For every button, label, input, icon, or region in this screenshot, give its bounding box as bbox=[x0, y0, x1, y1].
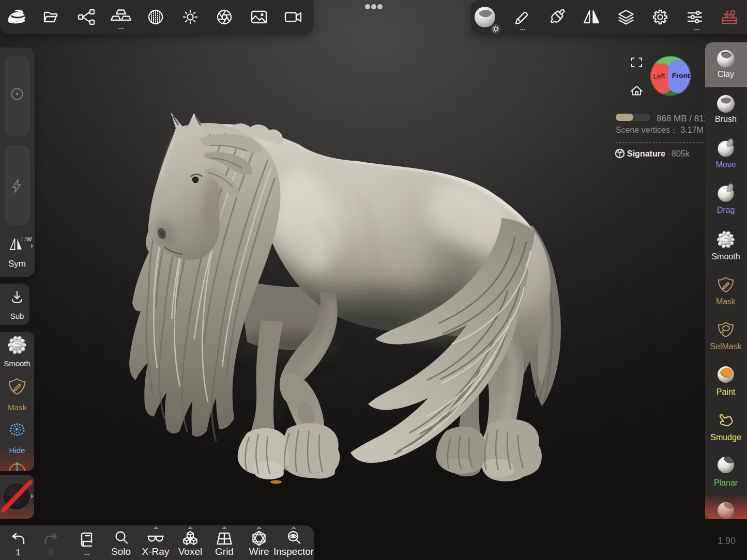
svg-text:SelMask: SelMask bbox=[710, 342, 742, 351]
svg-text:Signature: Signature bbox=[627, 149, 665, 158]
svg-text:Mask: Mask bbox=[716, 297, 736, 306]
svg-text:Voxel: Voxel bbox=[178, 546, 202, 557]
svg-text:Sym: Sym bbox=[8, 259, 26, 269]
svg-text:...: ... bbox=[694, 24, 700, 32]
svg-text:Planar: Planar bbox=[714, 478, 738, 487]
svg-text:...: ... bbox=[520, 24, 526, 32]
svg-text:Mask: Mask bbox=[8, 403, 26, 412]
svg-text:Smooth: Smooth bbox=[711, 252, 740, 261]
svg-text:Paint: Paint bbox=[716, 387, 736, 396]
svg-text:Clay: Clay bbox=[718, 70, 734, 79]
svg-text:868 MB / 812 MB: 868 MB / 812 MB bbox=[657, 114, 724, 123]
svg-text:Hide: Hide bbox=[9, 446, 25, 455]
svg-text:Front: Front bbox=[672, 72, 690, 80]
svg-text:Move: Move bbox=[715, 160, 736, 169]
svg-text:Scene vertices： 3.17M: Scene vertices： 3.17M bbox=[616, 126, 704, 134]
svg-text:Left: Left bbox=[653, 72, 665, 81]
svg-text:1: 1 bbox=[16, 548, 21, 557]
svg-text:Sub: Sub bbox=[10, 312, 24, 320]
svg-text:805k: 805k bbox=[672, 149, 690, 158]
svg-text:Grid: Grid bbox=[215, 546, 234, 557]
svg-text:...: ... bbox=[118, 23, 124, 30]
svg-text:Brush: Brush bbox=[715, 115, 737, 123]
svg-text:Drag: Drag bbox=[717, 206, 735, 214]
svg-text:L/: L/ bbox=[21, 236, 26, 242]
svg-text:0: 0 bbox=[49, 548, 54, 557]
svg-text:Smooth: Smooth bbox=[4, 359, 31, 368]
svg-text:Wire: Wire bbox=[249, 546, 269, 557]
svg-text:...: ... bbox=[84, 549, 90, 556]
svg-text:Smudge: Smudge bbox=[710, 433, 741, 442]
svg-text:·: · bbox=[667, 149, 670, 158]
svg-text:Inspector: Inspector bbox=[273, 546, 314, 557]
svg-text:X-Ray: X-Ray bbox=[142, 546, 170, 557]
svg-text:Solo: Solo bbox=[111, 546, 131, 557]
svg-text:W: W bbox=[26, 236, 32, 242]
